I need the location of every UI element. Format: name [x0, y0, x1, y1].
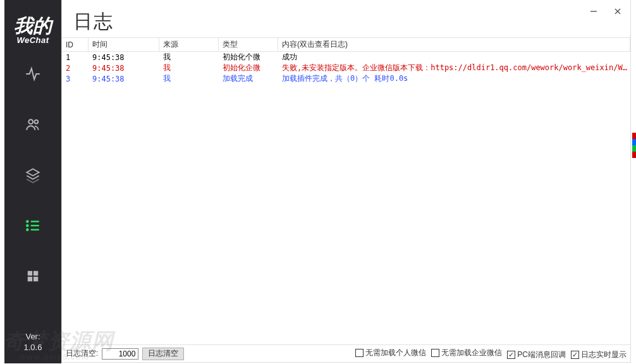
- log-row[interactable]: 19:45:38我初始化个微成功: [62, 52, 630, 63]
- log-clear-label: 日志清空:: [66, 348, 98, 359]
- svg-rect-9: [28, 271, 32, 276]
- list-icon[interactable]: [24, 217, 42, 234]
- log-cell: 初始化企微: [219, 63, 278, 73]
- log-cell: 1: [62, 53, 89, 62]
- window-controls: [587, 5, 624, 18]
- svg-rect-11: [28, 277, 32, 281]
- sidebar-nav: [4, 65, 61, 285]
- log-limit-input[interactable]: [102, 348, 138, 360]
- header-type[interactable]: 类型: [219, 38, 278, 51]
- layers-icon[interactable]: [24, 166, 42, 184]
- header-time[interactable]: 时间: [89, 38, 159, 51]
- log-cell: 我: [159, 73, 219, 84]
- header-source[interactable]: 来源: [159, 38, 219, 51]
- grid-icon[interactable]: [24, 267, 42, 285]
- checkbox-box-icon: [355, 349, 364, 357]
- checkbox-0[interactable]: 无需加载个人微信: [355, 348, 426, 358]
- close-button[interactable]: [611, 5, 624, 18]
- log-cell: 9:45:38: [89, 64, 159, 73]
- log-cell: 3: [62, 75, 89, 83]
- log-cell: 我: [159, 52, 219, 63]
- logo-sub-text: WeChat: [14, 35, 52, 45]
- log-row[interactable]: 29:45:38我初始化企微失败,未安装指定版本。企业微信版本下载：https:…: [62, 63, 630, 73]
- minimize-button[interactable]: [587, 5, 600, 18]
- main-panel: 日志 ID 时间 来源 类型 内容(双击查看日志) 19:45:38我初始化个微…: [61, 0, 631, 363]
- activity-icon[interactable]: [24, 65, 42, 83]
- checkbox-box-icon: [431, 349, 439, 357]
- log-cell: 加载插件完成，共（0）个 耗时0.0s: [278, 73, 630, 84]
- log-row[interactable]: 39:45:38我加载完成加载插件完成，共（0）个 耗时0.0s: [62, 73, 630, 84]
- log-cell: 成功: [278, 52, 630, 63]
- footer-bar: 日志清空: 日志清空 无需加载个人微信无需加载企业微信✓PC端消息回调✓日志实时…: [62, 344, 630, 362]
- checkbox-label: 无需加载企业微信: [441, 348, 502, 358]
- checkbox-label: 无需加载个人微信: [365, 348, 426, 358]
- log-table-header: ID 时间 来源 类型 内容(双击查看日志): [62, 38, 630, 52]
- checkbox-label: 日志实时显示: [581, 349, 627, 360]
- edge-decoration: [632, 133, 636, 171]
- log-cell: 失败,未安装指定版本。企业微信版本下载：https://dldir1.qq.co…: [278, 63, 630, 73]
- checkbox-label: PC端消息回调: [517, 349, 566, 360]
- checkbox-2[interactable]: ✓PC端消息回调: [507, 349, 566, 360]
- svg-point-6: [27, 221, 28, 222]
- svg-point-7: [27, 225, 28, 226]
- logo-main-text: 我的: [14, 16, 52, 35]
- log-cell: 加载完成: [219, 73, 278, 84]
- checkbox-box-icon: ✓: [571, 351, 579, 359]
- version-label: Ver: 1.0.6: [4, 332, 61, 353]
- header-id[interactable]: ID: [62, 38, 89, 51]
- checkbox-box-icon: ✓: [507, 351, 515, 359]
- app-logo: 我的 WeChat: [14, 16, 52, 45]
- svg-marker-2: [27, 169, 39, 176]
- log-clear-button[interactable]: 日志清空: [142, 348, 184, 360]
- svg-rect-10: [34, 271, 38, 276]
- svg-rect-12: [34, 277, 38, 281]
- log-cell: 我: [159, 63, 219, 73]
- log-cell: 9:45:38: [89, 53, 159, 62]
- svg-point-0: [28, 119, 33, 124]
- sidebar: 我的 WeChat Ver: 1.0.6: [4, 0, 61, 363]
- log-table-body[interactable]: 19:45:38我初始化个微成功29:45:38我初始化企微失败,未安装指定版本…: [62, 52, 630, 84]
- svg-point-1: [35, 120, 39, 124]
- log-cell: 初始化个微: [219, 52, 278, 63]
- users-icon[interactable]: [24, 116, 42, 133]
- version-prefix: Ver:: [25, 332, 40, 341]
- version-value: 1.0.6: [24, 343, 42, 352]
- checkbox-3[interactable]: ✓日志实时显示: [571, 349, 627, 360]
- page-title: 日志: [73, 9, 114, 35]
- checkbox-1[interactable]: 无需加载企业微信: [431, 348, 502, 358]
- log-cell: 9:45:38: [89, 75, 159, 83]
- log-cell: 2: [62, 64, 89, 73]
- titlebar: 日志: [62, 0, 630, 38]
- svg-point-8: [27, 229, 28, 230]
- header-content[interactable]: 内容(双击查看日志): [278, 38, 630, 51]
